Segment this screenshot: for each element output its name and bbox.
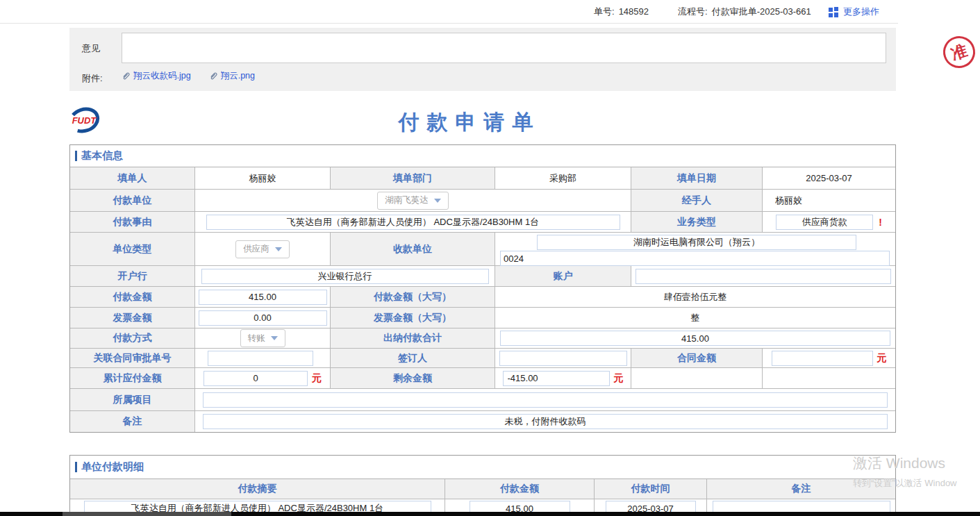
payment-detail-table: 单位付款明细 付款摘要 付款金额 付款时间 备注 — [69, 455, 896, 516]
pay-amount-cell — [195, 287, 331, 308]
company-logo: FUDT — [68, 104, 100, 139]
flow-number-label: 流程号: — [678, 6, 708, 18]
pay-amount-label: 付款金额 — [70, 287, 195, 308]
taskbar-edge — [0, 512, 980, 516]
form-row: 付款单位 湖南飞英达 经手人 杨丽姣 — [70, 190, 895, 212]
bank-cell — [195, 266, 495, 287]
biz-type-cell: ! — [763, 212, 895, 233]
grid-icon — [829, 7, 838, 17]
pay-method-select[interactable]: 转账 — [240, 329, 285, 347]
form-row: 备注 — [70, 411, 895, 432]
payee-cell — [495, 233, 895, 266]
attachment-name: 翔云收款码.jpg — [133, 70, 191, 82]
detail-section-title: 单位付款明细 — [81, 460, 144, 474]
form-row: 累计应付金额 元 剩余金额 元 — [70, 368, 895, 389]
page-title: 付款申请单 — [399, 108, 541, 137]
unit-type-select[interactable]: 供应商 — [235, 240, 290, 258]
contract-amount-input[interactable] — [772, 351, 873, 366]
detail-header-row: 付款摘要 付款金额 付款时间 备注 — [70, 479, 895, 499]
handler-label: 经手人 — [631, 190, 763, 212]
fill-dept-value: 采购部 — [495, 167, 631, 190]
attachment-link[interactable]: 翔云.png — [209, 70, 255, 82]
pay-method-selected: 转账 — [248, 333, 265, 344]
project-input[interactable] — [203, 392, 888, 408]
logo-text: FUDT — [72, 115, 97, 126]
opinion-panel: 意见 附件: 翔云收款码.jpg 翔云.png — [69, 28, 896, 91]
flow-number-value: 付款审批单-2025-03-661 — [712, 6, 811, 18]
attachment-name: 翔云.png — [221, 70, 255, 82]
opinion-input[interactable] — [122, 33, 886, 63]
payee-code-input[interactable] — [500, 251, 890, 266]
accum-payable-input[interactable] — [204, 371, 308, 386]
pay-unit-select[interactable]: 湖南飞英达 — [377, 192, 449, 210]
invoice-amount-cell — [195, 308, 331, 328]
summary-column-header: 付款摘要 — [70, 479, 445, 499]
remark-column-header: 备注 — [707, 479, 895, 499]
cashier-total-label: 出纳付款合计 — [331, 328, 495, 349]
order-number-value: 148592 — [619, 6, 649, 17]
more-actions-label: 更多操作 — [843, 6, 879, 18]
unit-type-selected: 供应商 — [243, 243, 269, 255]
form-row: 付款金额 付款金额（大写） 肆佰壹拾伍元整 — [70, 287, 895, 308]
pay-method-cell: 转账 — [195, 328, 331, 349]
signer-input[interactable] — [499, 351, 627, 366]
basic-section-title: 基本信息 — [81, 149, 123, 163]
pay-amount-input[interactable] — [199, 290, 327, 305]
section-bar — [75, 462, 77, 472]
pay-reason-cell — [195, 212, 631, 233]
contract-amount-cell: 元 — [763, 349, 895, 368]
pay-method-label: 付款方式 — [70, 328, 195, 349]
pay-reason-input[interactable] — [206, 215, 620, 230]
remaining-label: 剩余金额 — [331, 368, 495, 389]
payee-label: 收款单位 — [331, 233, 495, 266]
handler-value: 杨丽姣 — [763, 190, 895, 212]
yuan-unit: 元 — [312, 372, 322, 385]
invoice-amount-caps-value: 整 — [495, 308, 895, 328]
attachment-link[interactable]: 翔云收款码.jpg — [122, 70, 191, 82]
contract-no-label: 关联合同审批单号 — [70, 349, 195, 368]
pay-unit-selected: 湖南飞英达 — [385, 194, 429, 206]
form-row: 付款方式 转账 出纳付款合计 — [70, 328, 895, 349]
yuan-unit: 元 — [614, 372, 624, 385]
contract-no-cell — [195, 349, 331, 368]
attachments-label: 附件: — [82, 72, 103, 85]
accum-payable-cell: 元 — [195, 368, 331, 389]
opinion-label: 意见 — [82, 42, 100, 55]
form-row: 关联合同审批单号 签订人 合同金额 元 — [70, 349, 895, 368]
unit-type-label: 单位类型 — [70, 233, 195, 266]
chevron-down-icon — [271, 336, 278, 340]
cashier-total-cell — [495, 328, 895, 349]
filler-value: 杨丽姣 — [195, 167, 331, 190]
form-row: 填单人 杨丽姣 填单部门 采购部 填单日期 2025-03-07 — [70, 167, 895, 190]
pay-amount-caps-label: 付款金额（大写） — [331, 287, 495, 308]
yuan-unit: 元 — [877, 352, 887, 365]
order-number-label: 单号: — [594, 6, 615, 18]
paperclip-icon — [122, 72, 131, 81]
stamp-character: 准 — [948, 40, 970, 65]
accum-payable-label: 累计应付金额 — [70, 368, 195, 389]
unit-type-cell: 供应商 — [195, 233, 331, 266]
invoice-amount-caps-label: 发票金额（大写） — [331, 308, 495, 328]
signer-label: 签订人 — [331, 349, 495, 368]
remark-input[interactable] — [203, 414, 888, 429]
form-row: 付款事由 业务类型 ! — [70, 212, 895, 233]
taskbar-edge-segment — [63, 512, 231, 516]
fill-date-value: 2025-03-07 — [763, 167, 895, 190]
time-column-header: 付款时间 — [595, 479, 707, 499]
pay-amount-caps-value: 肆佰壹拾伍元整 — [495, 287, 895, 308]
account-cell — [631, 266, 895, 287]
biz-type-input[interactable] — [776, 215, 873, 230]
fill-date-label: 填单日期 — [631, 167, 763, 190]
cashier-total-input[interactable] — [500, 331, 890, 346]
form-row: 所属项目 — [70, 389, 895, 411]
pay-unit-label: 付款单位 — [70, 190, 195, 212]
bank-input[interactable] — [201, 269, 489, 284]
more-actions-button[interactable]: 更多操作 — [829, 0, 879, 23]
account-input[interactable] — [636, 269, 891, 284]
remaining-input[interactable] — [503, 371, 610, 386]
bank-label: 开户行 — [70, 266, 195, 287]
project-label: 所属项目 — [70, 389, 195, 411]
payee-company-input[interactable] — [537, 235, 856, 250]
invoice-amount-input[interactable] — [199, 310, 327, 326]
contract-no-input[interactable] — [208, 351, 313, 366]
